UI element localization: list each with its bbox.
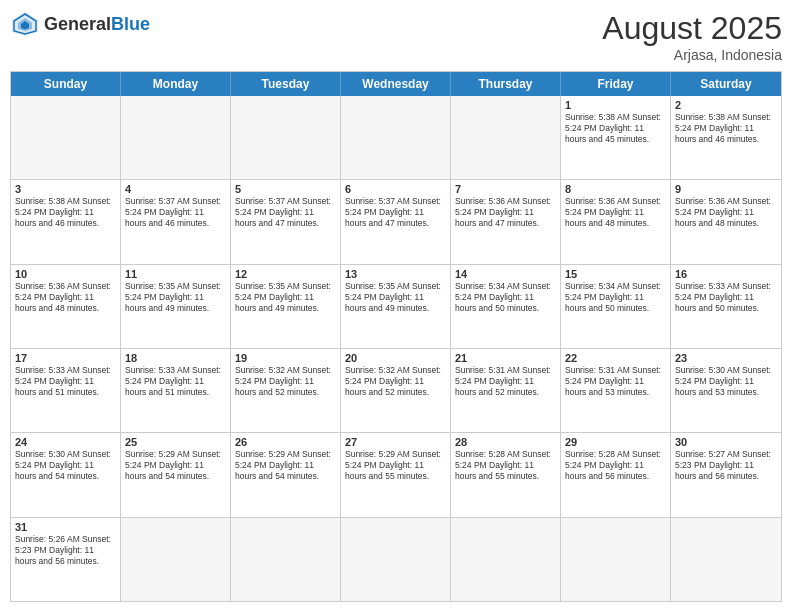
- cell-info: Sunrise: 5:34 AM Sunset: 5:24 PM Dayligh…: [565, 281, 666, 314]
- calendar-cell: 7Sunrise: 5:36 AM Sunset: 5:24 PM Daylig…: [451, 180, 561, 263]
- calendar-cell: 27Sunrise: 5:29 AM Sunset: 5:24 PM Dayli…: [341, 433, 451, 516]
- cell-info: Sunrise: 5:30 AM Sunset: 5:24 PM Dayligh…: [675, 365, 777, 398]
- cell-info: Sunrise: 5:33 AM Sunset: 5:24 PM Dayligh…: [125, 365, 226, 398]
- calendar-body: 1Sunrise: 5:38 AM Sunset: 5:24 PM Daylig…: [11, 96, 781, 601]
- calendar-cell: 4Sunrise: 5:37 AM Sunset: 5:24 PM Daylig…: [121, 180, 231, 263]
- calendar-cell: 30Sunrise: 5:27 AM Sunset: 5:23 PM Dayli…: [671, 433, 781, 516]
- cell-day-number: 12: [235, 268, 336, 280]
- calendar-cell: [451, 518, 561, 601]
- cell-day-number: 29: [565, 436, 666, 448]
- cell-day-number: 10: [15, 268, 116, 280]
- cell-day-number: 28: [455, 436, 556, 448]
- calendar-cell: 13Sunrise: 5:35 AM Sunset: 5:24 PM Dayli…: [341, 265, 451, 348]
- calendar-cell: 2Sunrise: 5:38 AM Sunset: 5:24 PM Daylig…: [671, 96, 781, 179]
- calendar-cell: 14Sunrise: 5:34 AM Sunset: 5:24 PM Dayli…: [451, 265, 561, 348]
- week-row-1: 3Sunrise: 5:38 AM Sunset: 5:24 PM Daylig…: [11, 179, 781, 263]
- cell-day-number: 16: [675, 268, 777, 280]
- col-header-friday: Friday: [561, 72, 671, 96]
- week-row-0: 1Sunrise: 5:38 AM Sunset: 5:24 PM Daylig…: [11, 96, 781, 179]
- logo-icon: [10, 10, 40, 38]
- week-row-5: 31Sunrise: 5:26 AM Sunset: 5:23 PM Dayli…: [11, 517, 781, 601]
- cell-info: Sunrise: 5:33 AM Sunset: 5:24 PM Dayligh…: [675, 281, 777, 314]
- cell-info: Sunrise: 5:36 AM Sunset: 5:24 PM Dayligh…: [565, 196, 666, 229]
- col-header-tuesday: Tuesday: [231, 72, 341, 96]
- cell-day-number: 20: [345, 352, 446, 364]
- cell-info: Sunrise: 5:29 AM Sunset: 5:24 PM Dayligh…: [345, 449, 446, 482]
- cell-day-number: 22: [565, 352, 666, 364]
- cell-day-number: 2: [675, 99, 777, 111]
- calendar-cell: 26Sunrise: 5:29 AM Sunset: 5:24 PM Dayli…: [231, 433, 341, 516]
- cell-info: Sunrise: 5:29 AM Sunset: 5:24 PM Dayligh…: [235, 449, 336, 482]
- cell-info: Sunrise: 5:31 AM Sunset: 5:24 PM Dayligh…: [455, 365, 556, 398]
- cell-info: Sunrise: 5:30 AM Sunset: 5:24 PM Dayligh…: [15, 449, 116, 482]
- cell-info: Sunrise: 5:28 AM Sunset: 5:24 PM Dayligh…: [455, 449, 556, 482]
- header: GeneralBlue August 2025 Arjasa, Indonesi…: [10, 10, 782, 63]
- logo-text: GeneralBlue: [44, 14, 150, 35]
- col-header-sunday: Sunday: [11, 72, 121, 96]
- cell-day-number: 9: [675, 183, 777, 195]
- cell-day-number: 5: [235, 183, 336, 195]
- cell-info: Sunrise: 5:38 AM Sunset: 5:24 PM Dayligh…: [675, 112, 777, 145]
- calendar-cell: 20Sunrise: 5:32 AM Sunset: 5:24 PM Dayli…: [341, 349, 451, 432]
- calendar-cell: 24Sunrise: 5:30 AM Sunset: 5:24 PM Dayli…: [11, 433, 121, 516]
- calendar-cell: [11, 96, 121, 179]
- cell-day-number: 6: [345, 183, 446, 195]
- cell-info: Sunrise: 5:36 AM Sunset: 5:24 PM Dayligh…: [675, 196, 777, 229]
- cell-day-number: 18: [125, 352, 226, 364]
- calendar-cell: 23Sunrise: 5:30 AM Sunset: 5:24 PM Dayli…: [671, 349, 781, 432]
- col-header-monday: Monday: [121, 72, 231, 96]
- cell-day-number: 13: [345, 268, 446, 280]
- calendar-cell: 28Sunrise: 5:28 AM Sunset: 5:24 PM Dayli…: [451, 433, 561, 516]
- calendar-cell: 16Sunrise: 5:33 AM Sunset: 5:24 PM Dayli…: [671, 265, 781, 348]
- title-location: Arjasa, Indonesia: [602, 47, 782, 63]
- calendar-cell: 8Sunrise: 5:36 AM Sunset: 5:24 PM Daylig…: [561, 180, 671, 263]
- cell-info: Sunrise: 5:29 AM Sunset: 5:24 PM Dayligh…: [125, 449, 226, 482]
- col-header-saturday: Saturday: [671, 72, 781, 96]
- cell-info: Sunrise: 5:38 AM Sunset: 5:24 PM Dayligh…: [15, 196, 116, 229]
- calendar-cell: [561, 518, 671, 601]
- calendar-cell: 25Sunrise: 5:29 AM Sunset: 5:24 PM Dayli…: [121, 433, 231, 516]
- week-row-4: 24Sunrise: 5:30 AM Sunset: 5:24 PM Dayli…: [11, 432, 781, 516]
- calendar-cell: 15Sunrise: 5:34 AM Sunset: 5:24 PM Dayli…: [561, 265, 671, 348]
- calendar-cell: 11Sunrise: 5:35 AM Sunset: 5:24 PM Dayli…: [121, 265, 231, 348]
- cell-info: Sunrise: 5:33 AM Sunset: 5:24 PM Dayligh…: [15, 365, 116, 398]
- title-block: August 2025 Arjasa, Indonesia: [602, 10, 782, 63]
- cell-info: Sunrise: 5:32 AM Sunset: 5:24 PM Dayligh…: [235, 365, 336, 398]
- cell-day-number: 24: [15, 436, 116, 448]
- cell-info: Sunrise: 5:37 AM Sunset: 5:24 PM Dayligh…: [235, 196, 336, 229]
- calendar-cell: 17Sunrise: 5:33 AM Sunset: 5:24 PM Dayli…: [11, 349, 121, 432]
- calendar-cell: [121, 518, 231, 601]
- cell-day-number: 19: [235, 352, 336, 364]
- calendar-header: SundayMondayTuesdayWednesdayThursdayFrid…: [11, 72, 781, 96]
- calendar-cell: 29Sunrise: 5:28 AM Sunset: 5:24 PM Dayli…: [561, 433, 671, 516]
- calendar-cell: 21Sunrise: 5:31 AM Sunset: 5:24 PM Dayli…: [451, 349, 561, 432]
- col-header-thursday: Thursday: [451, 72, 561, 96]
- calendar-cell: [231, 518, 341, 601]
- cell-day-number: 4: [125, 183, 226, 195]
- cell-day-number: 15: [565, 268, 666, 280]
- cell-info: Sunrise: 5:35 AM Sunset: 5:24 PM Dayligh…: [235, 281, 336, 314]
- cell-day-number: 17: [15, 352, 116, 364]
- logo: GeneralBlue: [10, 10, 150, 38]
- calendar-cell: 5Sunrise: 5:37 AM Sunset: 5:24 PM Daylig…: [231, 180, 341, 263]
- calendar-cell: 1Sunrise: 5:38 AM Sunset: 5:24 PM Daylig…: [561, 96, 671, 179]
- cell-day-number: 23: [675, 352, 777, 364]
- cell-info: Sunrise: 5:26 AM Sunset: 5:23 PM Dayligh…: [15, 534, 116, 567]
- calendar-cell: 9Sunrise: 5:36 AM Sunset: 5:24 PM Daylig…: [671, 180, 781, 263]
- cell-day-number: 8: [565, 183, 666, 195]
- cell-day-number: 11: [125, 268, 226, 280]
- calendar-cell: 31Sunrise: 5:26 AM Sunset: 5:23 PM Dayli…: [11, 518, 121, 601]
- cell-info: Sunrise: 5:35 AM Sunset: 5:24 PM Dayligh…: [345, 281, 446, 314]
- cell-day-number: 14: [455, 268, 556, 280]
- cell-info: Sunrise: 5:38 AM Sunset: 5:24 PM Dayligh…: [565, 112, 666, 145]
- week-row-3: 17Sunrise: 5:33 AM Sunset: 5:24 PM Dayli…: [11, 348, 781, 432]
- cell-info: Sunrise: 5:28 AM Sunset: 5:24 PM Dayligh…: [565, 449, 666, 482]
- cell-day-number: 26: [235, 436, 336, 448]
- calendar-cell: [451, 96, 561, 179]
- cell-info: Sunrise: 5:37 AM Sunset: 5:24 PM Dayligh…: [125, 196, 226, 229]
- cell-info: Sunrise: 5:34 AM Sunset: 5:24 PM Dayligh…: [455, 281, 556, 314]
- cell-info: Sunrise: 5:27 AM Sunset: 5:23 PM Dayligh…: [675, 449, 777, 482]
- calendar-cell: [341, 96, 451, 179]
- cell-day-number: 3: [15, 183, 116, 195]
- cell-info: Sunrise: 5:36 AM Sunset: 5:24 PM Dayligh…: [455, 196, 556, 229]
